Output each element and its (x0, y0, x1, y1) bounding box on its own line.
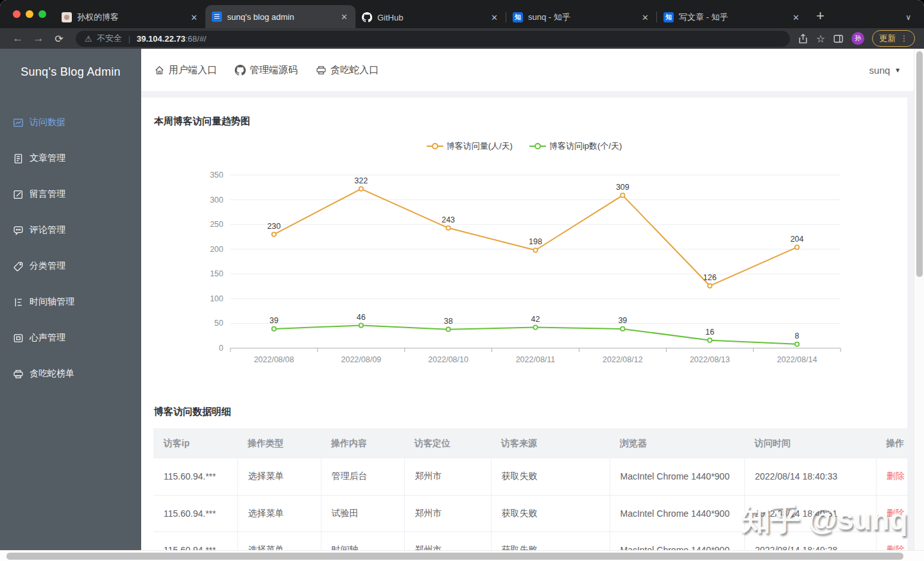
side-panel-icon[interactable] (833, 33, 844, 44)
table-cell-actions: 删除 (876, 495, 907, 532)
tab-search-chevron-icon[interactable]: ∨ (905, 13, 924, 28)
svg-text:350: 350 (210, 171, 223, 180)
avatar-favicon (62, 12, 72, 22)
share-icon[interactable] (798, 33, 809, 44)
tab-title: 孙权的博客 (77, 12, 183, 23)
sidebar-item-label: 贪吃蛇榜单 (30, 368, 74, 380)
browser-tab[interactable]: sunq's blog admin✕ (205, 5, 355, 28)
tab-close-icon[interactable]: ✕ (338, 12, 350, 22)
comment-icon (13, 225, 24, 236)
svg-text:50: 50 (214, 319, 223, 328)
browser-tab[interactable]: 知写文章 - 知乎✕ (657, 6, 807, 28)
sidebar-item-label: 时间轴管理 (30, 296, 74, 308)
user-dropdown[interactable]: sunq▼ (869, 65, 901, 76)
sidebar-item-tag[interactable]: 分类管理 (0, 248, 141, 284)
legend-line-marker-icon (427, 142, 443, 151)
blue-book-favicon (212, 12, 222, 22)
bookmark-star-icon[interactable]: ☆ (816, 33, 825, 45)
table-cell: 2022/08/14 18:40:31 (744, 495, 876, 532)
svg-text:2022/08/13: 2022/08/13 (690, 355, 730, 364)
browser-tab[interactable]: 知sunq - 知乎✕ (506, 6, 656, 28)
profile-avatar[interactable]: 孙 (851, 32, 864, 45)
legend-label: 博客访问ip数(个/天) (549, 140, 622, 152)
sidebar-item-label: 心声管理 (30, 332, 65, 344)
edit-icon (13, 189, 24, 200)
timeline-icon (13, 297, 24, 308)
browser-tab[interactable]: 孙权的博客✕ (55, 6, 205, 28)
column-header: 访客来源 (491, 428, 610, 458)
zhihu-favicon: 知 (663, 12, 674, 22)
delete-link[interactable]: 删除 (887, 508, 905, 518)
address-divider: | (126, 34, 132, 44)
legend-item[interactable]: 博客访问ip数(个/天) (529, 140, 622, 153)
delete-link[interactable]: 删除 (887, 471, 905, 481)
tab-title: sunq - 知乎 (528, 12, 634, 23)
svg-text:8: 8 (795, 331, 800, 340)
tab-title: sunq's blog admin (227, 12, 333, 22)
warning-icon: ⚠ (85, 34, 92, 44)
browser-toolbar: ← → ⟳ ⚠ 不安全 | 39.104.22.73:68/#/ ☆ 孙 更新 … (0, 28, 924, 49)
svg-text:243: 243 (441, 215, 455, 224)
security-label: 不安全 (97, 33, 122, 44)
chart-section-title: 本周博客访问量趋势图 (154, 115, 907, 128)
svg-text:39: 39 (618, 316, 627, 325)
sidebar-item-label: 留言管理 (30, 188, 65, 200)
svg-text:150: 150 (210, 269, 223, 278)
sidebar-item-chart-line[interactable]: 访问数据 (0, 105, 141, 140)
horizontal-scrollbar-thumb[interactable] (6, 553, 903, 560)
tag-icon (13, 261, 24, 272)
tab-close-icon[interactable]: ✕ (639, 13, 651, 22)
close-window-button[interactable] (13, 10, 21, 18)
sidebar-item-edit[interactable]: 留言管理 (0, 176, 141, 212)
user-name: sunq (869, 65, 891, 76)
table-section-title: 博客访问数据明细 (154, 406, 907, 419)
sidebar-item-document[interactable]: 文章管理 (0, 140, 141, 176)
url-host: 39.104.22.73 (137, 34, 185, 44)
back-icon[interactable]: ← (9, 32, 27, 45)
tab-close-icon[interactable]: ✕ (188, 13, 200, 22)
menu-kebab-icon[interactable]: ⋮ (900, 34, 908, 43)
svg-text:309: 309 (616, 183, 629, 192)
visits-line-chart: 0501001502002503003502022/08/082022/08/0… (141, 157, 907, 365)
fullscreen-window-button[interactable] (38, 10, 46, 18)
snake-icon (316, 65, 327, 76)
sidebar-item-comment[interactable]: 评论管理 (0, 212, 141, 248)
tab-close-icon[interactable]: ✕ (488, 13, 501, 22)
reload-icon[interactable]: ⟳ (50, 33, 68, 45)
main-area: 用户端入口管理端源码贪吃蛇入口sunq▼ 本周博客访问量趋势图 博客访问量(人/… (141, 49, 924, 561)
svg-text:230: 230 (267, 222, 280, 231)
chevron-down-icon: ▼ (894, 67, 901, 74)
minimize-window-button[interactable] (26, 10, 33, 18)
window-controls (0, 0, 55, 28)
header-link[interactable]: 管理端源码 (235, 64, 298, 76)
forward-icon[interactable]: → (30, 32, 47, 45)
vertical-scrollbar-thumb[interactable] (916, 51, 923, 277)
header-link[interactable]: 贪吃蛇入口 (316, 64, 379, 76)
document-icon (13, 153, 24, 164)
sidebar-item-photo[interactable]: 心声管理 (0, 320, 141, 356)
column-header: 操作内容 (321, 428, 404, 458)
toolbar-actions: ☆ 孙 更新 ⋮ (798, 30, 918, 47)
table-cell: 郑州市 (404, 458, 491, 495)
svg-text:2022/08/14: 2022/08/14 (777, 355, 817, 364)
svg-text:2022/08/08: 2022/08/08 (254, 355, 295, 364)
legend-item[interactable]: 博客访问量(人/天) (427, 140, 513, 153)
tab-close-icon[interactable]: ✕ (790, 13, 802, 22)
chrome-update-button[interactable]: 更新 ⋮ (872, 30, 915, 47)
table-cell: MacIntel Chrome 1440*900 (610, 495, 744, 532)
column-header: 访客定位 (404, 428, 491, 458)
chart-legend: 博客访问量(人/天)博客访问ip数(个/天) (141, 140, 907, 153)
svg-text:2022/08/11: 2022/08/11 (516, 355, 556, 364)
sidebar-item-snake[interactable]: 贪吃蛇榜单 (0, 356, 141, 392)
url-suffix: :68/#/ (185, 34, 207, 44)
sidebar-item-timeline[interactable]: 时间轴管理 (0, 284, 141, 320)
svg-text:126: 126 (703, 273, 717, 282)
header-link[interactable]: 用户端入口 (154, 64, 217, 76)
new-tab-button[interactable]: + (807, 9, 832, 28)
svg-text:198: 198 (529, 237, 542, 246)
sidebar-item-label: 分类管理 (30, 260, 65, 272)
browser-tab[interactable]: GitHub✕ (355, 6, 506, 28)
snake-icon (13, 369, 24, 380)
github-icon (235, 65, 246, 76)
address-bar[interactable]: ⚠ 不安全 | 39.104.22.73:68/#/ (76, 31, 790, 47)
